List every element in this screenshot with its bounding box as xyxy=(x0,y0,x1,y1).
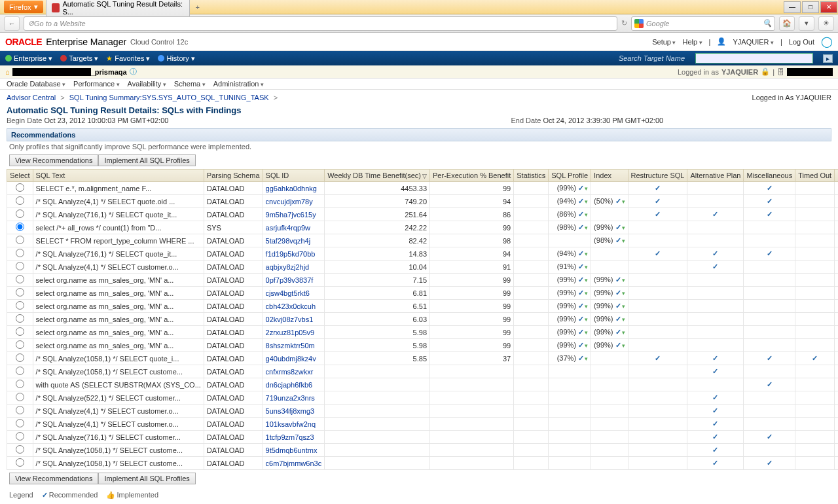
sqlid-link[interactable]: gg6ahka0dhnkg xyxy=(266,185,317,192)
col-schema[interactable]: Parsing Schema xyxy=(204,170,263,182)
sqlid-link[interactable]: 101ksavbfw2nq xyxy=(266,420,316,428)
sqlid-link[interactable]: 1tcfp9zm7qsz3 xyxy=(266,433,314,441)
cell-error xyxy=(835,365,838,378)
view-recommendations-button[interactable]: View Recommendations xyxy=(9,154,98,166)
row-select-radio[interactable] xyxy=(16,432,24,441)
crumb-summary[interactable]: SQL Tuning Summary:SYS.SYS_AUTO_SQL_TUNI… xyxy=(69,94,269,101)
col-sqltext[interactable]: SQL Text xyxy=(33,170,204,182)
cell-timedout xyxy=(795,444,835,457)
col-stats[interactable]: Statistics xyxy=(514,170,549,182)
row-select-radio[interactable] xyxy=(16,196,24,205)
col-timed[interactable]: Timed Out xyxy=(795,170,835,182)
help-menu[interactable]: Help xyxy=(682,38,702,46)
row-select-radio[interactable] xyxy=(16,275,24,283)
row-select-radio[interactable] xyxy=(16,458,24,467)
col-restruct[interactable]: Restructure SQL xyxy=(628,170,687,182)
sqlid-link[interactable]: aqbjxy8zj2hjd xyxy=(266,263,310,271)
col-index[interactable]: Index xyxy=(591,170,628,182)
col-altplan[interactable]: Alternative Plan xyxy=(687,170,744,182)
col-sqlid[interactable]: SQL ID xyxy=(263,170,325,182)
cell-stats xyxy=(514,195,549,208)
user-menu[interactable]: YJAQUIER xyxy=(733,38,774,46)
sqlid-link[interactable]: cbh423x0ckcuh xyxy=(266,302,316,310)
row-select-radio[interactable] xyxy=(16,393,24,401)
row-select-radio[interactable] xyxy=(16,209,24,218)
row-select-radio[interactable] xyxy=(16,406,24,414)
new-tab-button[interactable]: + xyxy=(191,3,204,11)
home-button[interactable]: 🏠 xyxy=(779,16,795,31)
row-select-radio[interactable] xyxy=(16,236,24,244)
row-select-radio[interactable] xyxy=(16,314,24,323)
implement-profiles-button[interactable]: Implement All SQL Profiles xyxy=(98,154,195,166)
nav-history[interactable]: History▾ xyxy=(158,54,194,63)
back-button[interactable]: ← xyxy=(4,16,20,31)
sqlid-link[interactable]: asrjufk4rqp9w xyxy=(266,224,310,232)
url-input[interactable]: ⊘ Go to a Website xyxy=(24,16,617,31)
firefox-menu-button[interactable]: Firefox▾ xyxy=(4,1,43,13)
search-input[interactable]: Google 🔍 xyxy=(631,16,775,31)
close-button[interactable]: ✕ xyxy=(820,1,837,13)
browser-tab[interactable]: Automatic SQL Tuning Result Details: S..… xyxy=(46,0,190,18)
sqlid-link[interactable]: 8shszmktrr50m xyxy=(266,342,315,350)
menu-availability[interactable]: Availability xyxy=(128,80,166,88)
row-select-radio[interactable] xyxy=(16,301,24,310)
bookmarks-button[interactable]: ▾ xyxy=(799,16,814,31)
search-target-go[interactable]: ▸ xyxy=(823,54,833,63)
col-select[interactable]: Select xyxy=(7,170,33,182)
row-select-radio[interactable] xyxy=(16,249,24,257)
col-profile[interactable]: SQL Profile xyxy=(549,170,591,182)
row-select-radio[interactable] xyxy=(16,445,24,454)
row-select-radio[interactable] xyxy=(16,288,24,297)
home-icon[interactable]: ⌂ xyxy=(5,68,10,76)
nav-favorites[interactable]: ★Favorites▾ xyxy=(106,54,150,63)
sqlid-link[interactable]: 5taf298vqzh4j xyxy=(266,237,311,245)
info-icon[interactable]: ⓘ xyxy=(130,67,137,77)
feeds-button[interactable]: ☀ xyxy=(818,16,834,31)
menu-schema[interactable]: Schema xyxy=(174,80,206,88)
sqlid-link[interactable]: 9m5ha7jvc615y xyxy=(266,211,316,219)
sqlid-link[interactable]: f1d19p5kd70bb xyxy=(266,250,316,258)
row-select-radio[interactable] xyxy=(16,367,24,375)
sqlid-link[interactable]: cjsw4bgt5rkt6 xyxy=(266,289,310,297)
row-select-radio[interactable] xyxy=(16,353,24,362)
row-select-radio[interactable] xyxy=(16,183,24,192)
sqlid-link[interactable]: 719unza2x3nrs xyxy=(266,394,315,402)
col-perexec[interactable]: Per-Execution % Benefit xyxy=(430,170,514,182)
row-select-radio[interactable] xyxy=(16,223,24,231)
row-select-radio[interactable] xyxy=(16,380,24,388)
view-recommendations-button-bottom[interactable]: View Recommendations xyxy=(9,473,98,484)
col-misc[interactable]: Miscellaneous xyxy=(744,170,795,182)
logout-link[interactable]: Log Out xyxy=(789,38,814,46)
sqlid-link[interactable]: cnvcujdjxm78y xyxy=(266,198,313,206)
sqlid-link[interactable]: dn6cjaph6fkb6 xyxy=(266,381,313,389)
sqlid-link[interactable]: 02kvj08z7vbs1 xyxy=(266,315,314,323)
minimize-button[interactable]: — xyxy=(784,1,801,13)
reload-icon[interactable]: ↻ xyxy=(621,19,627,27)
search-submit-icon[interactable]: 🔍 xyxy=(763,19,772,27)
menu-administration[interactable]: Administration xyxy=(213,80,264,88)
nav-enterprise[interactable]: Enterprise▾ xyxy=(5,54,52,63)
maximize-button[interactable]: □ xyxy=(802,1,819,13)
menu-oracle-database[interactable]: Oracle Database xyxy=(7,80,65,88)
row-select-radio[interactable] xyxy=(16,327,24,336)
col-weekly[interactable]: Weekly DB Time Benefit(sec)▽ xyxy=(325,170,430,182)
row-select-radio[interactable] xyxy=(16,419,24,427)
implement-profiles-button-bottom[interactable]: Implement All SQL Profiles xyxy=(98,473,195,484)
col-err[interactable]: Error xyxy=(835,170,838,182)
setup-menu[interactable]: Setup xyxy=(652,38,676,46)
row-select-radio[interactable] xyxy=(16,262,24,270)
sqlid-link[interactable]: c6m7bjmmw6n3c xyxy=(266,459,322,467)
sqlid-link[interactable]: 0pf7p39v3837f xyxy=(266,276,314,284)
sqlid-link[interactable]: 5uns34fj8xmg3 xyxy=(266,407,315,415)
crumb-advisor[interactable]: Advisor Central xyxy=(7,94,56,101)
cell-restruct xyxy=(628,274,687,287)
sqlid-link[interactable]: g40ubdmj8kz4v xyxy=(266,355,316,363)
sqlid-link[interactable]: 2zrxuz81p05v9 xyxy=(266,329,315,336)
nav-targets[interactable]: Targets▾ xyxy=(60,54,98,63)
row-select-radio[interactable] xyxy=(16,340,24,349)
search-target-input[interactable] xyxy=(695,53,813,63)
sqlid-link[interactable]: cnfxrms8zwkxr xyxy=(266,368,314,376)
sqlid-link[interactable]: 9t5dmqb6untmx xyxy=(266,446,318,454)
menu-performance[interactable]: Performance xyxy=(73,80,120,88)
cell-misc xyxy=(744,391,795,405)
